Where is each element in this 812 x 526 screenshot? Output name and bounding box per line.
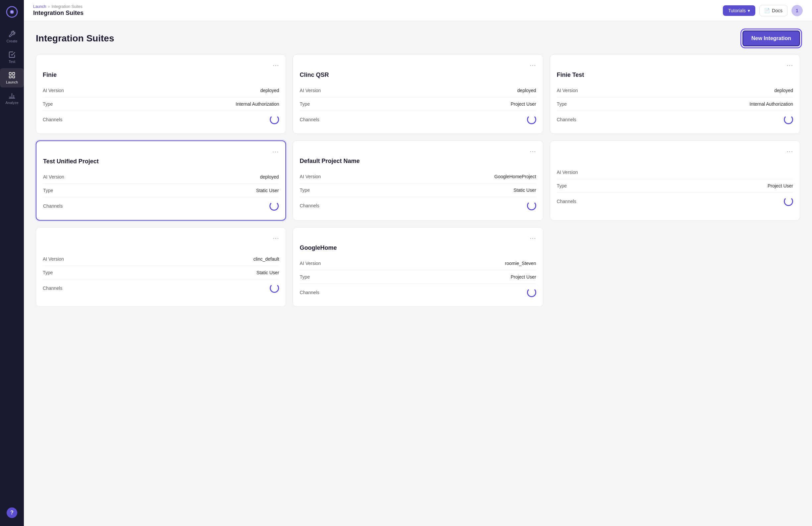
row-label: Channels xyxy=(557,117,576,122)
card-rows: AI VersiondeployedTypeInternal Authoriza… xyxy=(550,84,800,134)
cards-grid: ···FinieAI VersiondeployedTypeInternal A… xyxy=(36,54,800,307)
content-header: Integration Suites New Integration xyxy=(36,30,800,46)
row-label: AI Version xyxy=(300,261,321,266)
card-menu-button[interactable]: ··· xyxy=(272,60,281,70)
card-rows: AI Versionroomie_StevenTypeProject UserC… xyxy=(293,257,542,306)
table-row: AI Versiondeployed xyxy=(557,84,793,97)
channels-icon xyxy=(270,201,279,211)
card-menu-button[interactable]: ··· xyxy=(272,233,281,243)
docs-button[interactable]: 📄 Docs xyxy=(759,5,787,16)
card-rows: AI VersiondeployedTypeProject UserChanne… xyxy=(293,84,542,134)
card-header: ··· xyxy=(293,228,542,243)
channels-icon xyxy=(527,201,536,210)
card-menu-button[interactable]: ··· xyxy=(785,146,795,156)
topbar-actions: Tutorials ▾ 📄 Docs 1 xyxy=(723,5,803,16)
table-row: AI VersionGoogleHomeProject xyxy=(300,170,536,183)
table-row: Channels xyxy=(300,111,536,128)
breadcrumb-separator: › xyxy=(48,4,49,9)
sidebar-item-analyze[interactable]: Analyze xyxy=(0,89,24,108)
card-unnamed-2[interactable]: ···AI Versionclinc_defaultTypeStatic Use… xyxy=(36,227,286,307)
chart-icon xyxy=(8,92,16,99)
card-menu-button[interactable]: ··· xyxy=(528,60,538,70)
row-value: deployed xyxy=(260,174,279,180)
launch-icon xyxy=(8,72,16,79)
table-row: TypeProject User xyxy=(300,97,536,111)
card-clinc-qsr[interactable]: ···Clinc QSRAI VersiondeployedTypeProjec… xyxy=(293,54,543,134)
table-row: AI Versiondeployed xyxy=(300,84,536,97)
row-label: Channels xyxy=(300,203,319,208)
page-title: Integration Suites xyxy=(36,33,114,44)
new-integration-button[interactable]: New Integration xyxy=(742,30,800,46)
card-googlehome[interactable]: ···GoogleHomeAI Versionroomie_StevenType… xyxy=(293,227,543,307)
svg-rect-3 xyxy=(9,73,11,75)
breadcrumb-parent[interactable]: Launch xyxy=(33,4,46,9)
row-value: clinc_default xyxy=(253,256,279,262)
row-label: Channels xyxy=(43,286,62,291)
card-menu-button[interactable]: ··· xyxy=(271,146,280,157)
card-menu-button[interactable]: ··· xyxy=(528,146,538,156)
table-row: Channels xyxy=(43,280,279,297)
chevron-down-icon: ▾ xyxy=(748,8,750,13)
row-value: Static User xyxy=(257,270,279,275)
row-label: Channels xyxy=(300,117,319,122)
tutorials-button[interactable]: Tutorials ▾ xyxy=(723,5,755,16)
table-row: TypeStatic User xyxy=(300,183,536,197)
wrench-icon xyxy=(8,30,16,38)
help-button[interactable]: ? xyxy=(6,508,17,518)
content: Integration Suites New Integration ···Fi… xyxy=(24,21,812,526)
topbar-title: Integration Suites xyxy=(33,10,723,17)
table-row: Channels xyxy=(300,197,536,214)
card-title: Clinc QSR xyxy=(293,70,542,84)
card-menu-button[interactable]: ··· xyxy=(785,60,795,70)
row-value: deployed xyxy=(774,88,793,93)
sidebar: Create Test Launch Analyze ? xyxy=(0,0,24,526)
row-label: Type xyxy=(43,188,53,193)
card-title: Default Project Name xyxy=(293,156,542,170)
card-header: ··· xyxy=(550,55,800,70)
card-header: ··· xyxy=(36,228,286,243)
table-row: TypeStatic User xyxy=(43,184,279,197)
breadcrumb: Launch › Integration Suites xyxy=(33,4,723,9)
avatar[interactable]: 1 xyxy=(792,5,803,16)
row-value: Static User xyxy=(256,188,279,193)
card-rows: AI VersionTypeProject UserChannels xyxy=(550,166,800,215)
topbar: Launch › Integration Suites Integration … xyxy=(24,0,812,21)
card-finie-test[interactable]: ···Finie TestAI VersiondeployedTypeInter… xyxy=(550,54,800,134)
card-header: ··· xyxy=(37,141,285,157)
topbar-left: Launch › Integration Suites Integration … xyxy=(33,4,723,17)
card-default-project-name[interactable]: ···Default Project NameAI VersionGoogleH… xyxy=(293,140,543,221)
table-row: Channels xyxy=(43,197,279,215)
row-label: AI Version xyxy=(43,174,64,180)
channels-icon xyxy=(527,115,536,124)
table-row: TypeProject User xyxy=(300,270,536,284)
svg-rect-5 xyxy=(9,76,11,78)
row-value: Internal Authorization xyxy=(236,101,279,107)
table-row: Channels xyxy=(557,193,793,210)
checkbox-icon xyxy=(8,51,16,58)
card-test-unified-project[interactable]: ···Test Unified ProjectAI Versiondeploye… xyxy=(36,140,286,221)
breadcrumb-current: Integration Suites xyxy=(52,4,82,9)
card-unnamed-1[interactable]: ···AI VersionTypeProject UserChannels xyxy=(550,140,800,221)
doc-icon: 📄 xyxy=(764,8,770,13)
card-header: ··· xyxy=(36,55,286,70)
sidebar-item-launch[interactable]: Launch xyxy=(0,68,24,88)
row-label: Channels xyxy=(300,290,319,295)
channels-icon xyxy=(270,284,279,293)
card-header: ··· xyxy=(293,55,542,70)
row-label: Type xyxy=(300,187,309,193)
logo[interactable] xyxy=(5,5,18,18)
sidebar-item-create[interactable]: Create xyxy=(0,27,24,46)
card-title xyxy=(550,156,800,166)
card-finie[interactable]: ···FinieAI VersiondeployedTypeInternal A… xyxy=(36,54,286,134)
row-value: roomie_Steven xyxy=(505,261,536,266)
svg-rect-6 xyxy=(13,76,15,78)
main-area: Launch › Integration Suites Integration … xyxy=(24,0,812,526)
row-label: AI Version xyxy=(43,88,64,93)
card-menu-button[interactable]: ··· xyxy=(528,233,538,243)
sidebar-item-test[interactable]: Test xyxy=(0,48,24,67)
table-row: AI Version xyxy=(557,166,793,179)
row-label: AI Version xyxy=(557,169,578,175)
table-row: TypeInternal Authorization xyxy=(43,97,279,111)
row-value: Project User xyxy=(511,274,536,280)
row-label: Type xyxy=(43,270,53,275)
